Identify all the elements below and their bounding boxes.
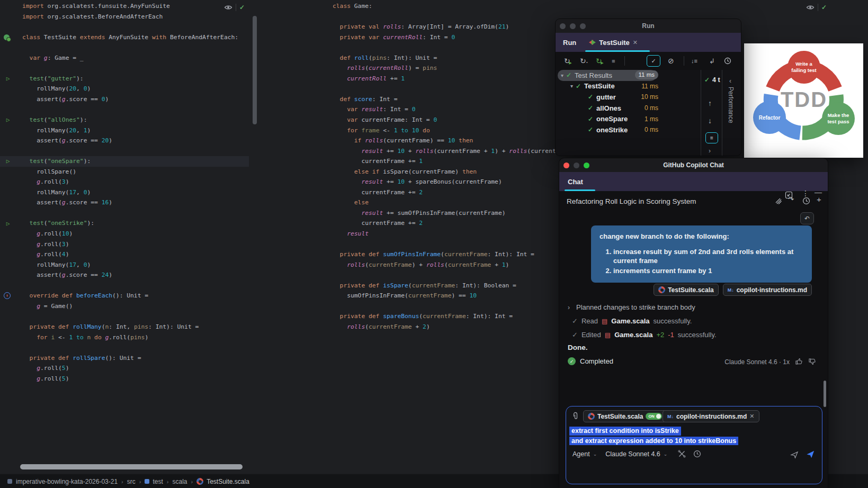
undo-icon[interactable]: ↶ [800, 212, 814, 224]
input-chip-testsuite[interactable]: TestSuite.scala ON [583, 410, 667, 422]
breadcrumb-test[interactable]: test [153, 478, 163, 485]
show-passed-icon[interactable]: ✓ [647, 55, 660, 67]
run-test-icon[interactable]: ▷ [4, 219, 12, 228]
input-chip-instructions[interactable]: M↓ copilot-instructions.md ✕ [663, 410, 759, 422]
sort-by-duration-icon[interactable]: ↓≡ [691, 58, 697, 64]
collapse-icon[interactable]: ‹ [729, 77, 731, 85]
chat-scrollbar[interactable] [824, 381, 826, 407]
rerun-failed-icon[interactable]: ↻▶ [596, 57, 602, 65]
code-line[interactable] [0, 22, 249, 32]
tab-run[interactable]: Run [563, 39, 576, 47]
code-line[interactable]: for i <- 1 to n do g.roll(pins) [0, 332, 249, 343]
chevron-down-icon[interactable]: ▾ [561, 73, 563, 78]
thumbs-up-icon[interactable] [795, 357, 803, 365]
code-line[interactable]: rollSpare() [0, 167, 249, 177]
run-test-icon[interactable]: ▷ [4, 116, 12, 124]
test-tree-row[interactable]: ✓oneSpare1 ms [556, 113, 701, 124]
remove-chip-icon[interactable]: ✕ [749, 413, 754, 420]
horizontal-scrollbar[interactable] [20, 464, 243, 469]
code-line[interactable]: test("allOnes"):▷ [0, 115, 249, 125]
code-line[interactable] [0, 146, 249, 157]
code-line[interactable] [0, 281, 249, 291]
code-line[interactable]: assert(g.score == 20) [0, 135, 249, 146]
send-icon[interactable] [806, 449, 816, 459]
code-line[interactable]: import org.scalatest.BeforeAndAfterEach [0, 12, 249, 22]
code-line[interactable]: assert(g.score == 0) [0, 94, 249, 105]
test-tree-row[interactable]: ✓gutter10 ms [556, 92, 701, 103]
code-line[interactable] [0, 42, 249, 53]
test-name[interactable]: Test Results [575, 71, 612, 79]
history-icon[interactable] [724, 57, 731, 65]
tab-performance[interactable]: Performance [727, 87, 735, 123]
test-name[interactable]: TestSuite [584, 82, 615, 90]
next-test-icon[interactable]: ↓ [708, 116, 712, 125]
inspection-widget[interactable]: ✓ [224, 3, 245, 12]
code-line[interactable]: rollMany(20, 0) [0, 84, 249, 94]
test-tree-row[interactable]: ▾✓Test Results11 ms [556, 70, 701, 81]
test-name[interactable]: oneSpare [596, 115, 628, 123]
test-name[interactable]: allOnes [596, 104, 621, 112]
breadcrumb-src[interactable]: src [127, 478, 136, 485]
redo-icon[interactable]: ↷ [788, 195, 794, 203]
show-ignored-icon[interactable]: ⊘ [668, 57, 674, 65]
stop-icon[interactable]: ■ [612, 58, 615, 64]
chip-instructions[interactable]: M↓copilot-instructions.md [723, 284, 812, 296]
more-icon[interactable]: ⋮ [802, 189, 809, 197]
run-titlebar[interactable]: Run [556, 19, 741, 33]
code-line[interactable]: g.roll(3) [0, 239, 249, 250]
breadcrumb-project[interactable]: imperative-bowling-kata-2026-03-21 [16, 478, 118, 485]
code-line[interactable]: test("oneSpare"):▷ [0, 156, 249, 167]
code-line[interactable]: assert(g.score == 24) [0, 270, 249, 281]
test-name[interactable]: oneStrike [596, 126, 628, 134]
code-line[interactable] [0, 63, 249, 74]
run-test-icon[interactable]: ▷ [4, 75, 12, 83]
test-tree-row[interactable]: ✓allOnes0 ms [556, 103, 701, 114]
attach-icon[interactable] [571, 412, 579, 420]
file-name[interactable]: Game.scala [611, 317, 649, 325]
close-tab-icon[interactable]: ✕ [633, 39, 638, 46]
tools-icon[interactable] [678, 450, 686, 458]
code-line[interactable]: g.roll(5) [0, 363, 249, 374]
code-line[interactable]: rollMany(17, 0) [0, 187, 249, 198]
run-test-icon[interactable]: ▷ [4, 157, 12, 166]
code-line[interactable]: private def rollMany(n: Int, pins: Int):… [0, 322, 249, 332]
code-line[interactable]: test("gutter"):▷ [0, 74, 249, 84]
code-line[interactable]: assert(g.score == 16) [0, 197, 249, 208]
eye-icon[interactable] [224, 3, 232, 12]
chevron-down-icon[interactable]: ▾ [570, 83, 573, 89]
soft-wrap-icon[interactable]: ≡ [705, 132, 718, 143]
code-line[interactable] [0, 311, 249, 322]
model-selector[interactable]: Claude Sonnet 4.6 [605, 450, 660, 458]
tab-testsuite[interactable]: TestSuite ✕ [589, 39, 638, 47]
test-tree-row[interactable]: ✓oneStrike0 ms [556, 124, 701, 135]
code-line[interactable]: test("oneStrike"):▷ [0, 218, 249, 229]
code-line[interactable]: g.roll(4) [0, 249, 249, 260]
code-line[interactable]: class Game: [249, 1, 868, 12]
previous-test-icon[interactable]: ↑ [708, 99, 712, 107]
inspections-ok-icon[interactable]: ✓ [821, 4, 827, 11]
code-line[interactable]: import org.scalatest.funsuite.AnyFunSuit… [0, 1, 249, 12]
editor-testsuite[interactable]: import org.scalatest.funsuite.AnyFunSuit… [0, 0, 249, 474]
code-line[interactable] [0, 104, 249, 115]
threads-icon[interactable] [774, 197, 783, 205]
eye-icon[interactable] [806, 3, 815, 12]
code-line[interactable]: rollMany(20, 1) [0, 125, 249, 136]
context-toggle-on[interactable]: ON [646, 413, 661, 420]
file-name[interactable]: Game.scala [614, 331, 652, 339]
inspection-widget[interactable]: ✓ [806, 3, 827, 12]
code-line[interactable]: g = Game() [0, 301, 249, 312]
breadcrumb-scala[interactable]: scala [172, 478, 187, 485]
run-class-icon[interactable] [4, 34, 10, 40]
copilot-titlebar[interactable]: GitHub Copilot Chat [559, 158, 828, 172]
code-line[interactable]: var g: Game = _ [0, 53, 249, 64]
new-chat-icon[interactable]: + [817, 195, 821, 204]
scroll-to-end-icon[interactable]: ↲ [709, 57, 715, 65]
override-marker-icon[interactable]: ↑ [4, 292, 11, 299]
code-line[interactable]: class TestSuite extends AnyFunSuite with… [0, 32, 249, 43]
expand-icon[interactable]: › [709, 147, 711, 155]
code-line[interactable]: rollMany(17, 0) [0, 260, 249, 270]
thumbs-down-icon[interactable] [808, 358, 816, 366]
collapsed-section[interactable]: › Planned changes to strike branch body [568, 303, 695, 311]
code-line[interactable]: g.roll(3) [0, 177, 249, 187]
code-line[interactable]: g.roll(5) [0, 374, 249, 384]
